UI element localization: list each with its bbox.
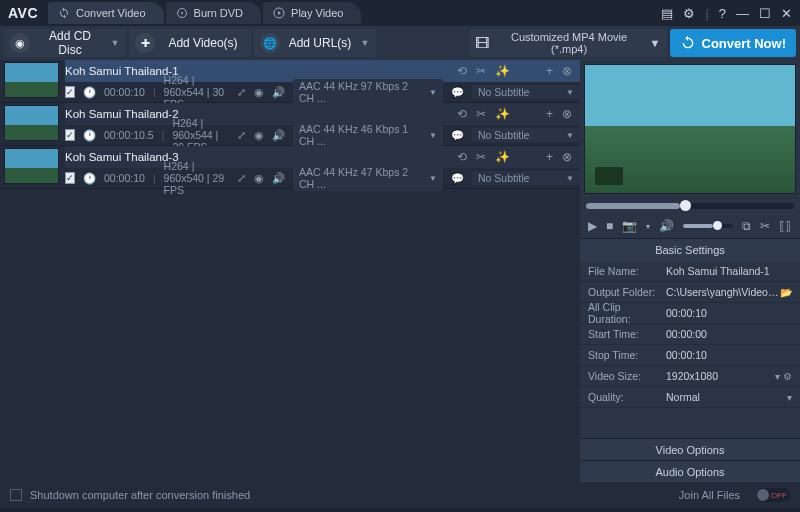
cut-icon[interactable]: ✂ [476, 64, 486, 78]
play-icon[interactable]: ▶ [588, 219, 597, 233]
svg-point-1 [181, 12, 183, 14]
tab-play-video[interactable]: Play Video [263, 2, 361, 24]
cut-icon[interactable]: ✂ [476, 107, 486, 121]
subtitle-icon: 💬 [451, 129, 464, 142]
tab-convert-video[interactable]: Convert Video [48, 2, 164, 24]
quality-select[interactable]: Normal [666, 391, 787, 403]
stop-icon[interactable]: ■ [606, 219, 613, 233]
remove-icon[interactable]: ⊗ [562, 150, 572, 164]
settings-header: Basic Settings [580, 239, 800, 261]
disc-icon: ◉ [10, 33, 30, 53]
video-options-section[interactable]: Video Options [580, 438, 800, 460]
clock-icon: 🕐 [83, 172, 96, 185]
bracket-icon[interactable]: ⟦⟧ [779, 219, 791, 233]
video-list: Koh Samui Thailand-1⟲✂✨+⊗ ✓🕐00:00:10|H26… [0, 60, 580, 482]
status-bar: ≪ D:\videos\Thai\Koh Samui Thailand-1.mp… [0, 508, 800, 512]
refresh-icon[interactable]: ⟲ [457, 107, 467, 121]
side-panel: ▶ ■ 📷▾ 🔊 ⧉ ✂ ⟦⟧ Basic Settings File Name… [580, 60, 800, 482]
snapshot-icon[interactable]: 📷 [622, 219, 637, 233]
remove-icon[interactable]: ⊗ [562, 64, 572, 78]
remove-icon[interactable]: ⊗ [562, 107, 572, 121]
audio-track-select[interactable]: AAC 44 KHz 97 Kbps 2 CH ...▼ [293, 79, 443, 105]
video-preview[interactable] [584, 64, 796, 194]
tab-label: Convert Video [76, 7, 146, 19]
join-files-toggle[interactable]: OFF [756, 488, 790, 502]
timeline-slider[interactable] [580, 198, 800, 214]
expand-icon[interactable]: ⤢ [237, 172, 246, 184]
gear-icon[interactable]: ⚙ [783, 371, 792, 382]
subtitle-icon: 💬 [451, 86, 464, 99]
thumbnail [4, 148, 59, 184]
shutdown-checkbox[interactable] [10, 489, 22, 501]
thumbnail [4, 105, 59, 141]
speaker-icon: 🔊 [272, 129, 285, 142]
add-videos-button[interactable]: ✚Add Video(s) [129, 29, 251, 57]
maximize-icon[interactable]: ☐ [759, 6, 771, 21]
trim-icon[interactable]: ✂ [760, 219, 770, 233]
output-profile-select[interactable]: 🎞Customized MP4 Movie (*.mp4)▼ [469, 29, 667, 57]
film-icon: 🎞 [475, 35, 489, 51]
tab-label: Burn DVD [194, 7, 244, 19]
audio-options-section[interactable]: Audio Options [580, 460, 800, 482]
file-name-field[interactable]: Koh Samui Thailand-1 [666, 265, 792, 277]
help-icon[interactable]: ? [719, 6, 726, 21]
expand-icon[interactable]: ⤢ [237, 129, 246, 141]
start-time-field[interactable]: 00:00:00 [666, 328, 792, 340]
subtitle-icon: 💬 [451, 172, 464, 185]
add-icon[interactable]: + [546, 64, 553, 78]
app-logo: AVC [8, 5, 38, 21]
subtitle-select[interactable]: No Subtitle▼ [472, 128, 580, 142]
refresh-icon[interactable]: ⟲ [457, 150, 467, 164]
list-item[interactable]: Koh Samui Thailand-2⟲✂✨+⊗ ✓🕐00:00:10.5|H… [0, 103, 580, 146]
speaker-icon: 🔊 [272, 172, 285, 185]
checkbox[interactable]: ✓ [65, 172, 75, 184]
close-icon[interactable]: ✕ [781, 6, 792, 21]
title-bar: AVC Convert Video Burn DVD Play Video ▤ … [0, 0, 800, 26]
effects-icon[interactable]: ✨ [495, 107, 510, 121]
checkbox[interactable]: ✓ [65, 129, 75, 141]
audio-track-select[interactable]: AAC 44 KHz 46 Kbps 1 CH ...▼ [293, 122, 443, 148]
layout-icon[interactable]: ▤ [661, 6, 673, 21]
audio-track-select[interactable]: AAC 44 KHz 47 Kbps 2 CH ...▼ [293, 165, 443, 191]
checkbox[interactable]: ✓ [65, 86, 75, 98]
speaker-icon: 🔊 [272, 86, 285, 99]
folder-browse-icon[interactable]: 📂 [780, 287, 792, 298]
output-folder-field[interactable]: C:\Users\yangh\Videos... [666, 286, 780, 298]
list-item[interactable]: Koh Samui Thailand-3⟲✂✨+⊗ ✓🕐00:00:10|H26… [0, 146, 580, 189]
expand-icon[interactable]: ⤢ [237, 86, 246, 98]
refresh-icon[interactable]: ⟲ [457, 64, 467, 78]
add-icon[interactable]: + [546, 150, 553, 164]
preview-icon[interactable]: ◉ [254, 129, 264, 141]
tab-burn-dvd[interactable]: Burn DVD [166, 2, 262, 24]
effects-icon[interactable]: ✨ [495, 150, 510, 164]
stop-time-field[interactable]: 00:00:10 [666, 349, 792, 361]
subtitle-select[interactable]: No Subtitle▼ [472, 171, 580, 185]
clock-icon: 🕐 [83, 86, 96, 99]
video-add-icon: ✚ [135, 33, 155, 53]
add-urls-button[interactable]: 🌐Add URL(s)▼ [254, 29, 376, 57]
popout-icon[interactable]: ⧉ [742, 219, 751, 233]
add-cd-disc-button[interactable]: ◉Add CD Disc▼ [4, 29, 126, 57]
list-item[interactable]: Koh Samui Thailand-1⟲✂✨+⊗ ✓🕐00:00:10|H26… [0, 60, 580, 103]
tab-label: Play Video [291, 7, 343, 19]
gear-icon[interactable]: ⚙ [683, 6, 695, 21]
subtitle-select[interactable]: No Subtitle▼ [472, 85, 580, 99]
volume-slider[interactable] [683, 224, 733, 228]
minimize-icon[interactable]: — [736, 6, 749, 21]
toolbar: ◉Add CD Disc▼ ✚Add Video(s) 🌐Add URL(s)▼… [0, 26, 800, 60]
globe-icon: 🌐 [260, 33, 280, 53]
clock-icon: 🕐 [83, 129, 96, 142]
add-icon[interactable]: + [546, 107, 553, 121]
cut-icon[interactable]: ✂ [476, 150, 486, 164]
conversion-footer: Shutdown computer after conversion finis… [0, 482, 800, 508]
convert-now-button[interactable]: Convert Now! [670, 29, 797, 57]
volume-icon[interactable]: 🔊 [659, 219, 674, 233]
thumbnail [4, 62, 59, 98]
video-size-select[interactable]: 1920x1080 [666, 370, 775, 382]
effects-icon[interactable]: ✨ [495, 64, 510, 78]
preview-icon[interactable]: ◉ [254, 86, 264, 98]
preview-icon[interactable]: ◉ [254, 172, 264, 184]
